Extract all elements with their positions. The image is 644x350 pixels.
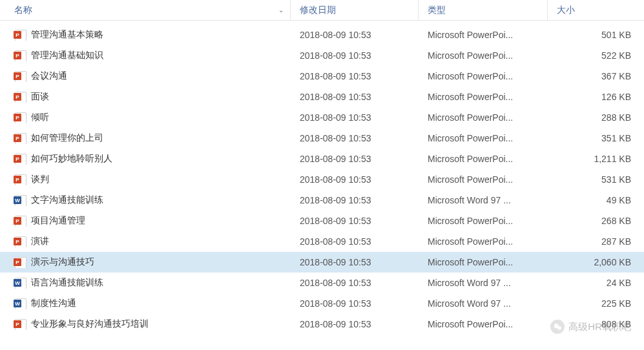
file-date-cell: 2018-08-09 10:53 — [291, 319, 419, 329]
powerpoint-file-icon — [14, 236, 26, 247]
powerpoint-file-icon — [14, 112, 26, 123]
file-date-cell: 2018-08-09 10:53 — [291, 112, 419, 123]
column-header-type[interactable]: 类型 — [419, 0, 548, 20]
file-name-label: 演讲 — [31, 236, 49, 247]
file-name-label: 面谈 — [31, 91, 49, 103]
file-name-label: 会议沟通 — [31, 70, 67, 82]
file-list: 管理沟通基本策略2018-08-09 10:53Microsoft PowerP… — [0, 21, 644, 335]
file-name-label: 管理沟通基本策略 — [31, 29, 103, 41]
file-name-label: 文字沟通技能训练 — [31, 194, 103, 206]
file-name-label: 倾听 — [31, 112, 49, 123]
file-size-cell: 268 KB — [548, 216, 644, 226]
file-size-cell: 126 KB — [548, 92, 644, 102]
file-name-cell: 管理沟通基础知识 — [0, 50, 291, 61]
file-type-cell: Microsoft PowerPoi... — [419, 112, 548, 123]
file-size-cell: 24 KB — [548, 278, 644, 288]
file-name-cell: 演讲 — [0, 236, 291, 247]
file-date-cell: 2018-08-09 10:53 — [291, 133, 419, 143]
file-type-cell: Microsoft PowerPoi... — [419, 236, 548, 247]
file-row[interactable]: 文字沟通技能训练2018-08-09 10:53Microsoft Word 9… — [0, 190, 644, 211]
file-name-label: 项目沟通管理 — [31, 215, 85, 227]
file-size-cell: 288 KB — [548, 112, 644, 123]
file-name-cell: 如何巧妙地聆听别人 — [0, 153, 291, 165]
powerpoint-file-icon — [14, 29, 26, 41]
file-row[interactable]: 倾听2018-08-09 10:53Microsoft PowerPoi...2… — [0, 107, 644, 128]
file-type-cell: Microsoft Word 97 ... — [419, 195, 548, 205]
powerpoint-file-icon — [14, 50, 26, 61]
word-file-icon — [14, 298, 26, 309]
file-name-cell: 面谈 — [0, 91, 291, 103]
watermark: 高级HR氧职吧 — [550, 320, 631, 334]
file-row[interactable]: 专业形象与良好沟通技巧培训2018-08-09 10:53Microsoft P… — [0, 314, 644, 335]
file-size-cell: 1,211 KB — [548, 154, 644, 164]
file-row[interactable]: 面谈2018-08-09 10:53Microsoft PowerPoi...1… — [0, 87, 644, 107]
file-row[interactable]: 语言沟通技能训练2018-08-09 10:53Microsoft Word 9… — [0, 273, 644, 293]
file-type-cell: Microsoft PowerPoi... — [419, 92, 548, 102]
file-size-cell: 531 KB — [548, 174, 644, 185]
file-type-cell: Microsoft PowerPoi... — [419, 319, 548, 329]
file-row[interactable]: 演讲2018-08-09 10:53Microsoft PowerPoi...2… — [0, 231, 644, 252]
file-row[interactable]: 如何管理你的上司2018-08-09 10:53Microsoft PowerP… — [0, 128, 644, 149]
file-name-cell: 专业形象与良好沟通技巧培训 — [0, 318, 291, 330]
file-row[interactable]: 管理沟通基本策略2018-08-09 10:53Microsoft PowerP… — [0, 25, 644, 45]
column-header-date[interactable]: 修改日期 — [291, 0, 419, 20]
column-label-name: 名称 — [14, 5, 32, 16]
file-type-cell: Microsoft PowerPoi... — [419, 174, 548, 185]
file-type-cell: Microsoft Word 97 ... — [419, 278, 548, 288]
file-row[interactable]: 项目沟通管理2018-08-09 10:53Microsoft PowerPoi… — [0, 211, 644, 231]
file-name-label: 如何管理你的上司 — [31, 132, 103, 144]
wechat-icon — [550, 320, 565, 334]
word-file-icon — [14, 194, 26, 206]
file-type-cell: Microsoft Word 97 ... — [419, 298, 548, 309]
file-size-cell: 351 KB — [548, 133, 644, 143]
file-row[interactable]: 管理沟通基础知识2018-08-09 10:53Microsoft PowerP… — [0, 45, 644, 66]
file-name-label: 管理沟通基础知识 — [31, 50, 103, 61]
file-size-cell: 501 KB — [548, 30, 644, 40]
file-name-label: 谈判 — [31, 174, 49, 185]
powerpoint-file-icon — [14, 70, 26, 82]
file-name-label: 制度性沟通 — [31, 298, 76, 309]
file-row[interactable]: 演示与沟通技巧2018-08-09 10:53Microsoft PowerPo… — [0, 252, 644, 273]
powerpoint-file-icon — [14, 215, 26, 227]
file-name-label: 演示与沟通技巧 — [31, 256, 94, 268]
svg-point-1 — [557, 326, 561, 330]
powerpoint-file-icon — [14, 132, 26, 144]
file-row[interactable]: 会议沟通2018-08-09 10:53Microsoft PowerPoi..… — [0, 66, 644, 87]
powerpoint-file-icon — [14, 318, 26, 330]
file-date-cell: 2018-08-09 10:53 — [291, 278, 419, 288]
column-header-size[interactable]: 大小 — [548, 0, 644, 20]
word-file-icon — [14, 277, 26, 289]
sort-indicator-icon: ⌄ — [278, 6, 284, 14]
file-date-cell: 2018-08-09 10:53 — [291, 71, 419, 81]
powerpoint-file-icon — [14, 91, 26, 103]
file-name-label: 语言沟通技能训练 — [31, 277, 103, 289]
file-row[interactable]: 如何巧妙地聆听别人2018-08-09 10:53Microsoft Power… — [0, 149, 644, 169]
file-type-cell: Microsoft PowerPoi... — [419, 30, 548, 40]
file-date-cell: 2018-08-09 10:53 — [291, 154, 419, 164]
file-name-cell: 文字沟通技能训练 — [0, 194, 291, 206]
file-name-label: 如何巧妙地聆听别人 — [31, 153, 112, 165]
file-name-cell: 项目沟通管理 — [0, 215, 291, 227]
file-size-cell: 367 KB — [548, 71, 644, 81]
file-size-cell: 225 KB — [548, 298, 644, 309]
column-label-date: 修改日期 — [300, 5, 336, 16]
watermark-text: 高级HR氧职吧 — [568, 321, 631, 333]
file-size-cell: 522 KB — [548, 50, 644, 61]
file-name-cell: 管理沟通基本策略 — [0, 29, 291, 41]
file-row[interactable]: 制度性沟通2018-08-09 10:53Microsoft Word 97 .… — [0, 293, 644, 314]
column-header-name[interactable]: 名称 ⌄ — [0, 0, 291, 20]
file-date-cell: 2018-08-09 10:53 — [291, 92, 419, 102]
file-date-cell: 2018-08-09 10:53 — [291, 195, 419, 205]
file-size-cell: 2,060 KB — [548, 257, 644, 267]
column-header: 名称 ⌄ 修改日期 类型 大小 — [0, 0, 644, 21]
file-size-cell: 287 KB — [548, 236, 644, 247]
file-name-label: 专业形象与良好沟通技巧培训 — [31, 318, 149, 330]
file-size-cell: 49 KB — [548, 195, 644, 205]
file-name-cell: 语言沟通技能训练 — [0, 277, 291, 289]
file-name-cell: 演示与沟通技巧 — [0, 256, 291, 268]
file-date-cell: 2018-08-09 10:53 — [291, 236, 419, 247]
file-name-cell: 谈判 — [0, 174, 291, 185]
powerpoint-file-icon — [14, 153, 26, 165]
file-row[interactable]: 谈判2018-08-09 10:53Microsoft PowerPoi...5… — [0, 169, 644, 190]
file-type-cell: Microsoft PowerPoi... — [419, 71, 548, 81]
